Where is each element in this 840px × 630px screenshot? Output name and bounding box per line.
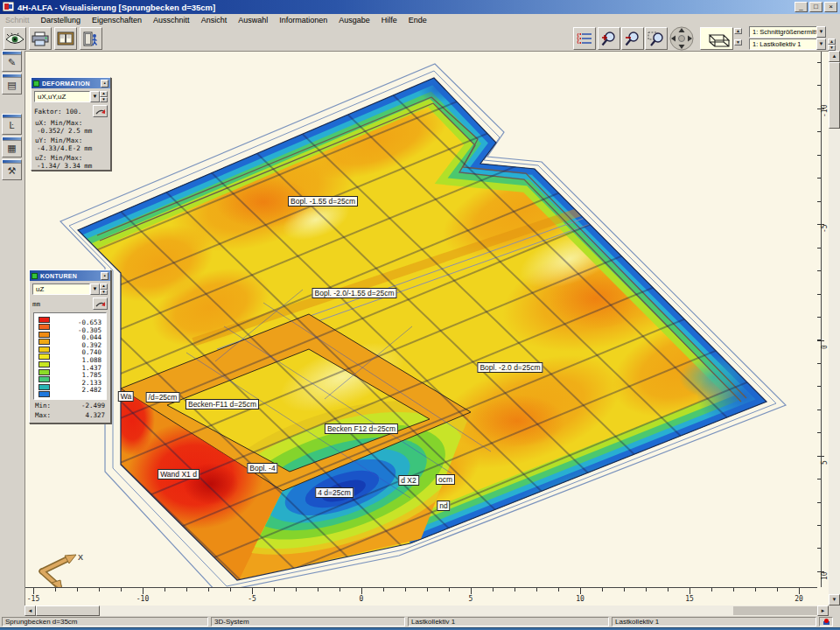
manual-book-icon[interactable] (54, 27, 77, 50)
ruler-label: -10 (136, 595, 149, 603)
status-panel: Lastkollektiv 1 (612, 617, 816, 626)
legend-swatch (38, 376, 50, 382)
status-bar: Sprungbecken d=35cm3D-SystemLastkollekti… (0, 616, 840, 627)
konturen-panel-title: KONTUREN (40, 273, 101, 279)
menu-schnitt: Schnitt (5, 16, 30, 24)
title-bar: 4H-ALFA - Visualisierung [Sprungbecken d… (0, 0, 840, 14)
dimension-tool-icon[interactable]: Ŀ (2, 114, 22, 135)
left-toolbar: ✎▤Ŀ▦⚒ (0, 51, 24, 616)
result-type-combo[interactable]: 1: Schnittgrößenermittlung (749, 26, 826, 38)
menu-darstellung[interactable]: Darstellung (41, 16, 81, 24)
chevron-down-icon[interactable]: ▼ (90, 91, 100, 102)
menu-ausgabe[interactable]: Ausgabe (339, 16, 370, 24)
maximize-button[interactable]: □ (809, 2, 822, 12)
ruler-label: -5 (248, 595, 256, 603)
ruler-label: 0 (821, 345, 829, 349)
ruler-label: -15 (27, 595, 39, 603)
spin-down[interactable]: ▼ (100, 97, 108, 103)
app-icon (3, 0, 14, 15)
scroll-right-icon[interactable]: ► (817, 606, 829, 616)
ruler-label: -5 (821, 224, 829, 233)
status-panel: Lastkollektiv 1 (408, 617, 609, 626)
spin-down[interactable]: ▼ (100, 290, 108, 296)
menu-ansicht[interactable]: Ansicht (201, 16, 228, 24)
konturen-combo[interactable]: uZ (32, 284, 90, 295)
konturen-panel[interactable]: KONTUREN ▪ uZ ▼ ▲▼ mm -0.653-0.3050.0440… (29, 270, 111, 424)
ruler-label: 5 (469, 595, 473, 603)
menu-hilfe[interactable]: Hilfe (382, 16, 397, 24)
deformation-panel-titlebar[interactable]: DEFORMATION ▪ (32, 78, 110, 88)
main-toolbar: ▲ ▼ 1: Schnittgrößenermittlung ▼ 1: Last… (0, 25, 840, 51)
image-tool-icon[interactable]: ▦ (2, 136, 22, 158)
deformation-row-value: -4.33/4.E-2 mm (35, 145, 110, 153)
deformation-row-value: -1.34/ 3.34 mm (35, 163, 110, 171)
app-window: 4H-ALFA - Visualisierung [Sprungbecken d… (0, 0, 840, 630)
konturen-panel-titlebar[interactable]: KONTUREN ▪ (30, 270, 110, 281)
min-value: -2.499 (81, 402, 105, 410)
deformation-combo[interactable]: uX,uY,uZ (34, 91, 90, 102)
exit-door-icon[interactable] (80, 27, 102, 50)
axes-icon: X Y (42, 553, 83, 587)
ruler-label: 20 (794, 595, 803, 603)
load-case-combo[interactable]: 1: Lastkollektiv 1 (749, 38, 826, 50)
status-panel: Sprungbecken d=35cm (2, 617, 208, 626)
wrench-tool-icon[interactable]: ⚒ (2, 159, 22, 180)
hscroll-thumb[interactable] (36, 606, 100, 616)
deformation-panel[interactable]: DEFORMATION ▪ uX,uY,uZ ▼ ▲▼ Faktor: 100.… (31, 77, 111, 171)
menu-ausschnitt[interactable]: Ausschnitt (153, 16, 190, 24)
pan-icon[interactable] (668, 27, 695, 50)
vertical-scrollbar[interactable]: ▲ ▼ (829, 51, 840, 606)
ruler-label: 10 (821, 571, 829, 580)
max-value: 4.327 (85, 411, 105, 419)
combo-spin-up[interactable]: ▲ (828, 38, 836, 45)
numbering-icon[interactable] (573, 27, 596, 50)
horizontal-scrollbar[interactable]: ◄ ► (24, 606, 829, 616)
window-title: 4H-ALFA - Visualisierung [Sprungbecken d… (18, 3, 215, 12)
scroll-down-icon[interactable]: ▼ (829, 594, 840, 606)
ruler-label: 15 (685, 595, 694, 603)
close-button[interactable]: × (824, 2, 837, 12)
perspective-box-icon[interactable] (700, 27, 733, 50)
menu-auswahl[interactable]: Auswahl (238, 16, 268, 24)
minimize-button[interactable]: _ (794, 2, 808, 12)
svg-text:X: X (78, 553, 83, 562)
zoom-in-icon[interactable] (598, 27, 620, 50)
deformation-values: uX: Min/Max:-0.352/ 2.5 mmuY: Min/Max:-4… (32, 120, 110, 170)
close-icon[interactable]: ▪ (101, 272, 108, 280)
box-spin-up[interactable]: ▲ (734, 28, 742, 34)
sketch-tool-icon[interactable]: ✎ (2, 51, 22, 72)
unit-label: mm (32, 300, 40, 308)
faktor-label: Faktor: 100. (34, 108, 81, 116)
chevron-down-icon[interactable]: ▼ (90, 284, 100, 295)
box-tool-icon[interactable]: ▤ (2, 74, 22, 94)
bottom-ruler: -15-10-505101520 (25, 587, 817, 606)
box-spin-down[interactable]: ▼ (734, 39, 742, 46)
zoom-out-icon[interactable] (621, 27, 644, 50)
menu-bar: SchnittDarstellungEigenschaftenAusschnit… (0, 14, 840, 25)
legend-swatch (38, 339, 50, 345)
status-panel: 3D-System (211, 617, 405, 626)
menu-informationen[interactable]: Informationen (279, 16, 327, 24)
chevron-down-icon[interactable]: ▼ (816, 26, 826, 38)
scroll-left-icon[interactable]: ◄ (24, 606, 36, 616)
min-label: Min: (35, 402, 51, 410)
combo-spin-down[interactable]: ▼ (828, 45, 836, 51)
deformation-panel-title: DEFORMATION (42, 80, 101, 87)
right-ruler: -10-50510 (817, 52, 829, 606)
preview-eye-icon[interactable] (4, 27, 26, 50)
legend-swatch (38, 391, 50, 397)
legend-swatch (38, 354, 50, 360)
zoom-window-icon[interactable] (645, 27, 668, 50)
scroll-up-icon[interactable]: ▲ (829, 51, 840, 62)
refresh-icon[interactable] (93, 298, 108, 310)
legend-swatch (38, 384, 50, 390)
menu-ende[interactable]: Ende (409, 16, 427, 24)
chevron-down-icon[interactable]: ▼ (816, 38, 826, 50)
print-icon[interactable] (29, 27, 52, 50)
deformation-row-value: -0.352/ 2.5 mm (35, 128, 110, 136)
vscroll-thumb[interactable] (829, 62, 840, 129)
menu-eigenschaften[interactable]: Eigenschaften (92, 16, 142, 24)
refresh-icon[interactable] (93, 105, 108, 117)
close-icon[interactable]: ▪ (101, 80, 108, 88)
drawing-canvas[interactable]: X Y Bopl. -1.55 d=25cmBopl. -2.0/-1.55 d… (24, 51, 829, 606)
